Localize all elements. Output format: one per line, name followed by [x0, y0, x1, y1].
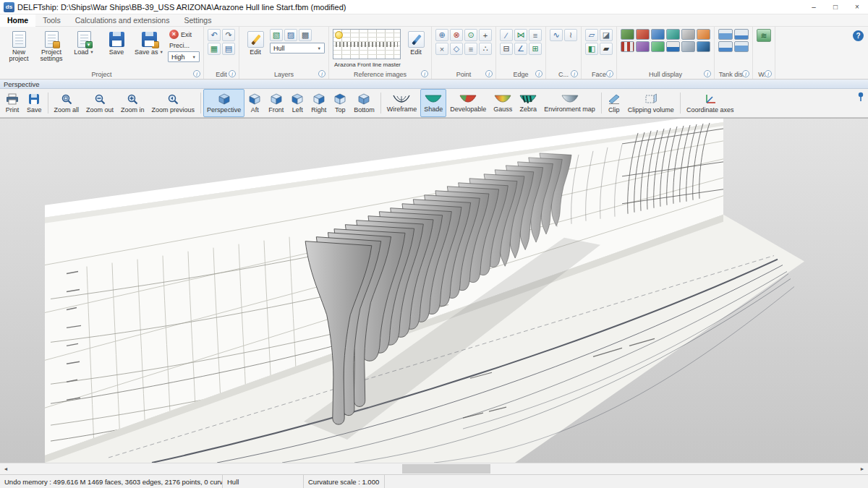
- clip-button[interactable]: Clip: [604, 89, 624, 117]
- clipping-volume-button[interactable]: Clipping volume: [624, 89, 678, 117]
- curve-fair-button[interactable]: ≀: [564, 29, 577, 41]
- point-align-button[interactable]: ≡: [464, 43, 477, 55]
- info-icon[interactable]: i: [193, 70, 200, 77]
- face-new-button[interactable]: ▱: [585, 29, 598, 41]
- tank-display-button-1[interactable]: [718, 29, 733, 40]
- info-icon[interactable]: i: [704, 70, 711, 77]
- reference-image-thumbnail[interactable]: [333, 29, 401, 59]
- info-icon[interactable]: i: [318, 70, 326, 77]
- point-project-button[interactable]: ∴: [479, 43, 492, 55]
- tab-calculations-extensions[interactable]: Calculations and extensions: [68, 14, 177, 27]
- edge-insert-button[interactable]: ⊞: [529, 43, 542, 55]
- view-front-button[interactable]: Front: [265, 89, 287, 117]
- face-invert-button[interactable]: ◪: [600, 29, 613, 41]
- face-delete-button[interactable]: ▰: [600, 43, 613, 55]
- point-remove-button[interactable]: ⊗: [450, 29, 463, 41]
- render-gauss-button[interactable]: Gauss: [490, 89, 516, 117]
- undo-button[interactable]: ↶: [208, 29, 221, 41]
- hull-display-both-sides-button[interactable]: [697, 41, 710, 52]
- render-developable-button[interactable]: Developable: [446, 89, 490, 117]
- horizontal-scrollbar[interactable]: ◄ ►: [0, 463, 868, 474]
- active-layer-dropdown[interactable]: Hull ▼: [270, 43, 325, 53]
- hull-display-hydrostatics-button[interactable]: [666, 41, 680, 52]
- scrollbar-thumb[interactable]: [402, 464, 490, 474]
- view-left-button[interactable]: Left: [287, 89, 307, 117]
- viewport-3d-scene[interactable]: [0, 119, 868, 463]
- scrollbar-track[interactable]: [12, 463, 856, 474]
- auto-group-layer-button[interactable]: ▨: [284, 29, 297, 41]
- edge-collapse-button[interactable]: ⋈: [514, 29, 527, 41]
- info-icon[interactable]: i: [535, 70, 542, 77]
- help-button[interactable]: ?: [853, 30, 864, 41]
- viewport[interactable]: [0, 118, 868, 463]
- hull-display-grid-button[interactable]: [621, 41, 634, 52]
- edge-crease-button[interactable]: ≡: [529, 29, 542, 41]
- info-icon[interactable]: i: [742, 70, 749, 77]
- hull-display-normals-button[interactable]: [636, 41, 650, 52]
- info-icon[interactable]: i: [765, 70, 772, 77]
- render-environment-map-button[interactable]: Environment map: [540, 89, 599, 117]
- save-view-button[interactable]: Save: [23, 89, 46, 117]
- hull-display-stations-button[interactable]: [651, 29, 665, 40]
- new-project-button[interactable]: New project: [4, 29, 34, 64]
- scroll-right-arrow[interactable]: ►: [856, 463, 868, 475]
- info-icon[interactable]: i: [229, 70, 236, 77]
- hull-display-control-net-button[interactable]: [621, 29, 634, 40]
- info-icon[interactable]: i: [485, 70, 493, 77]
- view-right-button[interactable]: Right: [307, 89, 330, 117]
- hull-display-waterlines-button[interactable]: [681, 29, 695, 40]
- hull-display-markers-button[interactable]: [651, 41, 665, 52]
- pin-toolbar-button[interactable]: [856, 92, 865, 103]
- point-intersect-button[interactable]: ×: [435, 43, 448, 55]
- render-wireframe-button[interactable]: Wireframe: [383, 89, 421, 117]
- tank-display-button-2[interactable]: [734, 29, 749, 40]
- edge-split-button[interactable]: ∕: [500, 29, 513, 41]
- hull-display-flowlines-button[interactable]: [681, 41, 695, 52]
- edge-extrude-button[interactable]: ⊟: [500, 43, 513, 55]
- render-shade-button[interactable]: Shade: [420, 89, 446, 117]
- precision-dropdown[interactable]: High ▼: [168, 51, 200, 62]
- info-icon[interactable]: i: [606, 70, 613, 77]
- tab-settings[interactable]: Settings: [176, 14, 218, 27]
- render-zebra-button[interactable]: Zebra: [516, 89, 540, 117]
- view-aft-button[interactable]: Aft: [244, 89, 265, 117]
- maximize-button[interactable]: □: [825, 0, 846, 14]
- view-bottom-button[interactable]: Bottom: [350, 89, 378, 117]
- save-as-button[interactable]: Save as▼: [134, 29, 164, 56]
- scroll-left-arrow[interactable]: ◄: [0, 463, 12, 475]
- copy-table-button[interactable]: ▦: [208, 43, 221, 55]
- coordinate-axes-button[interactable]: Coordinate axes: [683, 89, 738, 117]
- edit-reference-images-button[interactable]: Edit: [404, 29, 427, 56]
- exit-button[interactable]: × Exit: [168, 29, 200, 40]
- close-button[interactable]: ×: [846, 0, 868, 14]
- tank-display-button-4[interactable]: [734, 41, 749, 52]
- hull-display-curvature-button[interactable]: [636, 29, 650, 40]
- zoom-out-button[interactable]: Zoom out: [82, 89, 117, 117]
- face-mirror-button[interactable]: ◧: [585, 43, 598, 55]
- save-button[interactable]: Save: [101, 29, 132, 56]
- tank-display-button-3[interactable]: [718, 41, 733, 52]
- point-insert-button[interactable]: ⊙: [464, 29, 477, 41]
- layer-properties-button[interactable]: ▩: [299, 29, 312, 41]
- load-button[interactable]: ▼ Load▼: [69, 29, 99, 56]
- point-corner-button[interactable]: ◇: [450, 43, 463, 55]
- hull-display-diagonals-button[interactable]: [697, 29, 710, 40]
- view-perspective-button[interactable]: Perspective: [203, 89, 244, 117]
- minimize-button[interactable]: –: [803, 0, 825, 14]
- info-icon[interactable]: i: [571, 70, 578, 77]
- print-button[interactable]: Print: [1, 89, 23, 117]
- point-add-button[interactable]: +: [479, 29, 492, 41]
- zoom-all-button[interactable]: Zoom all: [51, 89, 83, 117]
- point-collapse-button[interactable]: ⊕: [435, 29, 448, 41]
- layer-color-button[interactable]: ▧: [270, 29, 283, 41]
- tab-home[interactable]: Home: [0, 14, 35, 27]
- project-settings-button[interactable]: Project settings: [36, 29, 67, 64]
- view-top-button[interactable]: Top: [330, 89, 350, 117]
- zoom-in-button[interactable]: Zoom in: [117, 89, 148, 117]
- redo-button[interactable]: ↷: [222, 29, 235, 41]
- info-icon[interactable]: i: [421, 70, 428, 77]
- edge-angle-button[interactable]: ∠: [514, 43, 527, 55]
- waves-button[interactable]: ≋: [757, 29, 771, 42]
- curve-add-button[interactable]: ∿: [550, 29, 563, 41]
- hull-display-buttocks-button[interactable]: [666, 29, 680, 40]
